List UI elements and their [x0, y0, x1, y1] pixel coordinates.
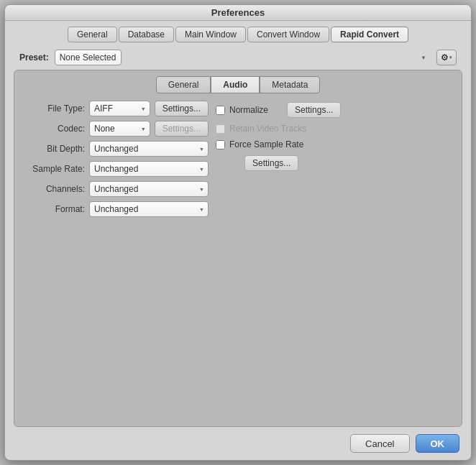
bit-depth-label: Bit Depth:	[22, 144, 85, 154]
file-type-row: File Type: AIFF Settings...	[22, 101, 209, 116]
sample-rate-row: Sample Rate: Unchanged	[22, 161, 209, 177]
ok-button[interactable]: OK	[416, 434, 460, 453]
format-label: Format:	[22, 204, 85, 214]
normalize-row: Normalize Settings...	[216, 102, 454, 118]
channels-row: Channels: Unchanged	[22, 181, 209, 197]
bit-depth-select-wrapper: Unchanged	[89, 141, 209, 157]
channels-select-wrapper: Unchanged	[89, 181, 209, 197]
title-bar: Preferences	[5, 5, 471, 21]
preset-select[interactable]: None Selected	[55, 50, 122, 65]
codec-settings-button: Settings...	[155, 121, 209, 137]
sample-rate-label: Sample Rate:	[22, 164, 85, 174]
gear-button[interactable]: ⚙ ▾	[436, 50, 457, 65]
sub-tab-general[interactable]: General	[156, 76, 211, 93]
codec-label: Codec:	[22, 124, 85, 134]
sub-tab-bar: General Audio Metadata	[14, 70, 462, 93]
format-row: Format: Unchanged	[22, 201, 209, 217]
codec-select[interactable]: None	[89, 121, 150, 137]
file-type-select-wrapper: AIFF	[89, 101, 150, 116]
bottom-bar: Cancel OK	[5, 427, 471, 460]
file-type-select[interactable]: AIFF	[89, 101, 150, 116]
tab-database[interactable]: Database	[119, 27, 174, 42]
preferences-window: Preferences General Database Main Window…	[4, 4, 472, 461]
tab-main-window[interactable]: Main Window	[175, 27, 246, 42]
channels-select[interactable]: Unchanged	[89, 181, 209, 197]
tab-general[interactable]: General	[68, 27, 117, 42]
sample-rate-select[interactable]: Unchanged	[89, 161, 209, 177]
left-panel: File Type: AIFF Settings... Codec: None	[22, 101, 209, 419]
sample-rate-select-wrapper: Unchanged	[89, 161, 209, 177]
force-sample-rate-settings-button[interactable]: Settings...	[244, 155, 298, 171]
tab-convert-window[interactable]: Convert Window	[247, 27, 329, 42]
force-sample-rate-label: Force Sample Rate	[229, 139, 303, 149]
force-sample-rate-row: Force Sample Rate	[216, 139, 454, 149]
window-title: Preferences	[211, 7, 265, 18]
retain-video-row: Retain Video Tracks	[216, 124, 454, 134]
normalize-settings-button[interactable]: Settings...	[287, 102, 341, 118]
file-type-label: File Type:	[22, 103, 85, 114]
gear-icon: ⚙	[441, 52, 449, 63]
tab-rapid-convert[interactable]: Rapid Convert	[331, 27, 408, 42]
sub-tab-audio[interactable]: Audio	[211, 76, 260, 93]
force-sample-rate-settings-row: Settings...	[230, 155, 454, 171]
bit-depth-select[interactable]: Unchanged	[89, 141, 209, 157]
force-sample-rate-checkbox[interactable]	[216, 140, 225, 149]
retain-video-label: Retain Video Tracks	[229, 124, 306, 134]
main-content-area: General Audio Metadata File Type: AIFF S…	[14, 70, 462, 427]
preset-row: Preset: None Selected ⚙ ▾	[5, 47, 471, 70]
normalize-label: Normalize	[229, 105, 268, 115]
retain-video-checkbox	[216, 124, 225, 134]
preset-label: Preset:	[19, 52, 49, 63]
top-tab-bar: General Database Main Window Convert Win…	[5, 21, 471, 47]
preset-select-wrapper: None Selected	[55, 50, 431, 65]
channels-label: Channels:	[22, 184, 85, 194]
file-type-settings-button[interactable]: Settings...	[155, 101, 209, 116]
right-panel: Normalize Settings... Retain Video Track…	[216, 101, 454, 419]
gear-dropdown-arrow: ▾	[449, 55, 452, 60]
format-select[interactable]: Unchanged	[89, 201, 209, 217]
codec-row: Codec: None Settings...	[22, 121, 209, 137]
bit-depth-row: Bit Depth: Unchanged	[22, 141, 209, 157]
format-select-wrapper: Unchanged	[89, 201, 209, 217]
sub-tab-metadata[interactable]: Metadata	[260, 76, 320, 93]
codec-select-wrapper: None	[89, 121, 150, 137]
panel-area: File Type: AIFF Settings... Codec: None	[14, 93, 462, 426]
normalize-checkbox[interactable]	[216, 106, 225, 115]
cancel-button[interactable]: Cancel	[350, 434, 409, 453]
